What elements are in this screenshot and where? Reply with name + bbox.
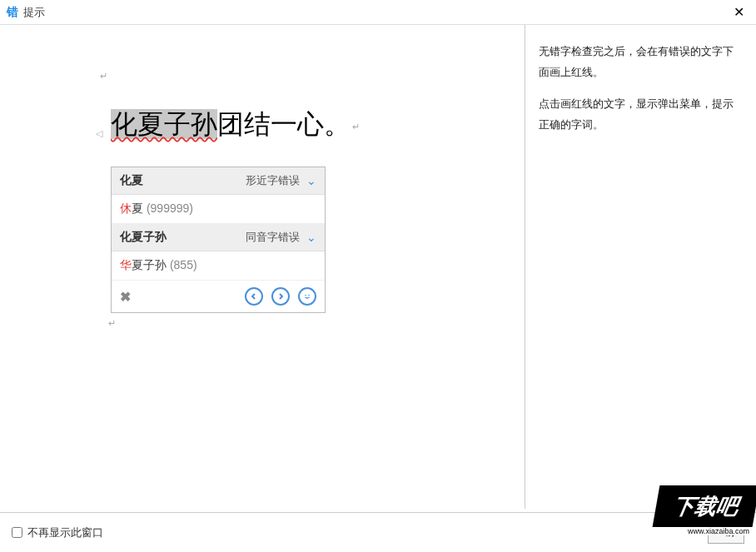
correction-popup: 化夏 形近字错误 ⌄ 休夏 (999999) 化夏子孙 同音字错误 ⌄ 华夏子孙… bbox=[111, 167, 326, 313]
window-title: 提示 bbox=[23, 5, 45, 20]
dont-show-checkbox-label[interactable]: 不再显示此窗口 bbox=[12, 525, 103, 540]
help-text-2: 点击画红线的文字，显示弹出菜单，提示正确的字词。 bbox=[539, 94, 743, 135]
smile-icon[interactable] bbox=[298, 287, 316, 306]
popup-toolbar: ✖ bbox=[112, 281, 325, 312]
chevron-down-icon[interactable]: ⌄ bbox=[306, 174, 316, 187]
popup-suggestion-2[interactable]: 华夏子孙 (855) bbox=[112, 251, 325, 281]
close-icon[interactable]: ✕ bbox=[729, 2, 749, 22]
popup-errortype-1: 形近字错误 bbox=[246, 173, 300, 188]
dismiss-icon[interactable]: ✖ bbox=[120, 289, 131, 305]
svg-point-1 bbox=[308, 295, 310, 296]
titlebar: 错 提示 ✕ bbox=[0, 0, 756, 25]
app-icon: 错 bbox=[7, 5, 18, 20]
popup-word-2: 化夏子孙 bbox=[120, 230, 167, 245]
popup-header-1[interactable]: 化夏 形近字错误 ⌄ bbox=[112, 167, 325, 195]
suggestion-rest-1: 夏 bbox=[132, 201, 143, 215]
sentence-text[interactable]: 化夏子孙团结一心。↵ bbox=[111, 107, 360, 143]
suggestion-freq-1: (999999) bbox=[147, 201, 193, 215]
suggestion-rest-2: 夏子孙 bbox=[132, 258, 167, 271]
svg-point-0 bbox=[305, 295, 306, 296]
help-text-1: 无错字检查完之后，会在有错误的文字下面画上红线。 bbox=[539, 42, 743, 82]
paragraph-marker: ↵ bbox=[100, 71, 107, 82]
document-pane: ↵ 化夏子孙团结一心。↵ ◁ 化夏 形近字错误 ⌄ 休夏 (999999) 化夏… bbox=[0, 25, 525, 509]
popup-suggestion-1[interactable]: 休夏 (999999) bbox=[112, 195, 325, 224]
help-pane: 无错字检查完之后，会在有错误的文字下面画上红线。 点击画红线的文字，显示弹出菜单… bbox=[525, 25, 756, 509]
paragraph-end-marker: ↵ bbox=[352, 122, 360, 132]
popup-word-1: 化夏 bbox=[120, 173, 143, 188]
sentence-rest: 团结一心。 bbox=[217, 109, 351, 139]
main-area: ↵ 化夏子孙团结一心。↵ ◁ 化夏 形近字错误 ⌄ 休夏 (999999) 化夏… bbox=[0, 25, 756, 509]
footer: 不再显示此窗口 < 前 bbox=[0, 512, 756, 552]
popup-errortype-2: 同音字错误 bbox=[246, 230, 300, 245]
dont-show-checkbox[interactable] bbox=[12, 527, 22, 538]
prev-icon[interactable] bbox=[245, 287, 263, 306]
suggestion-red-1: 休 bbox=[120, 201, 132, 215]
chevron-down-icon[interactable]: ⌄ bbox=[306, 231, 316, 244]
popup-header-2[interactable]: 化夏子孙 同音字错误 ⌄ bbox=[112, 224, 325, 251]
error-span[interactable]: 化夏子孙 bbox=[111, 109, 217, 139]
prev-button[interactable]: < 前 bbox=[708, 521, 744, 544]
checkbox-text: 不再显示此窗口 bbox=[27, 525, 103, 540]
suggestion-freq-2: (855) bbox=[170, 258, 197, 271]
paragraph-marker: ↵ bbox=[108, 318, 116, 329]
triangle-marker: ◁ bbox=[96, 128, 102, 139]
suggestion-red-2: 华 bbox=[120, 258, 132, 271]
next-icon[interactable] bbox=[271, 287, 290, 306]
